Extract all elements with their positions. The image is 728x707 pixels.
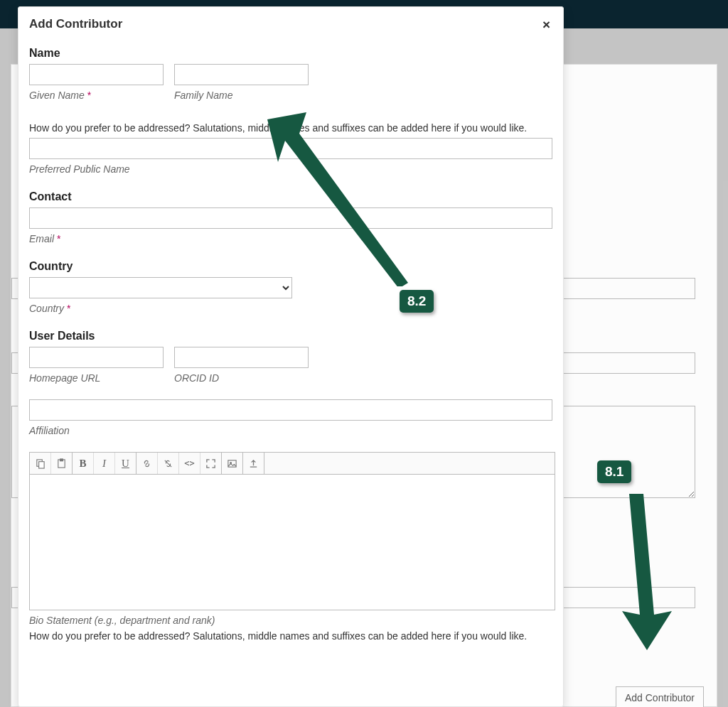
italic-icon[interactable]: I xyxy=(94,453,115,474)
given-name-label: Given Name * xyxy=(29,90,164,101)
add-contributor-button[interactable]: Add Contributor xyxy=(616,686,704,707)
homepage-url-input[interactable] xyxy=(29,347,164,368)
modal-header: Add Contributor × xyxy=(18,7,563,37)
preferred-public-name-label: Preferred Public Name xyxy=(29,163,552,175)
modal-body: Name Given Name * Family Name How do you… xyxy=(18,37,563,657)
link-icon[interactable] xyxy=(136,453,158,474)
homepage-url-label: Homepage URL xyxy=(29,372,164,384)
preferred-name-helper: How do you prefer to be addressed? Salut… xyxy=(29,122,552,134)
helper-text-2: How do you prefer to be addressed? Salut… xyxy=(29,630,552,642)
section-contact-heading: Contact xyxy=(29,190,552,203)
underline-icon[interactable]: U xyxy=(115,453,136,474)
copy-icon[interactable] xyxy=(30,453,51,474)
family-name-label: Family Name xyxy=(174,90,309,101)
family-name-input[interactable] xyxy=(174,64,309,85)
svg-rect-1 xyxy=(39,461,45,468)
affiliation-input[interactable] xyxy=(29,399,552,421)
required-asterisk: * xyxy=(57,233,60,244)
add-contributor-modal: Add Contributor × Name Given Name * Fami… xyxy=(18,6,564,707)
bold-icon[interactable]: B xyxy=(73,453,94,474)
fullscreen-icon[interactable] xyxy=(200,453,222,474)
orcid-id-input[interactable] xyxy=(174,347,309,368)
bio-statement-label: Bio Statement (e.g., department and rank… xyxy=(29,615,552,626)
svg-rect-3 xyxy=(60,458,63,460)
editor-toolbar: B I U <> xyxy=(30,453,555,475)
required-asterisk: * xyxy=(87,90,91,101)
bio-editor-body[interactable] xyxy=(30,475,555,610)
modal-title: Add Contributor xyxy=(29,17,122,31)
required-asterisk: * xyxy=(67,303,70,314)
bio-editor: B I U <> xyxy=(29,452,555,610)
upload-icon[interactable] xyxy=(243,453,264,474)
affiliation-label: Affiliation xyxy=(29,425,552,436)
section-name-heading: Name xyxy=(29,47,552,60)
paste-icon[interactable] xyxy=(51,453,73,474)
country-select[interactable] xyxy=(29,277,292,298)
unlink-icon[interactable] xyxy=(158,453,179,474)
section-country-heading: Country xyxy=(29,260,552,273)
code-icon[interactable]: <> xyxy=(179,453,200,474)
preferred-public-name-input[interactable] xyxy=(29,138,552,159)
section-user-details-heading: User Details xyxy=(29,330,552,342)
email-label: Email * xyxy=(29,233,552,244)
image-icon[interactable] xyxy=(222,453,243,474)
svg-rect-4 xyxy=(228,460,236,466)
close-icon[interactable]: × xyxy=(540,18,552,31)
country-label: Country * xyxy=(29,303,552,314)
email-input[interactable] xyxy=(29,207,552,229)
orcid-id-label: ORCID ID xyxy=(174,372,309,384)
given-name-input[interactable] xyxy=(29,64,164,85)
